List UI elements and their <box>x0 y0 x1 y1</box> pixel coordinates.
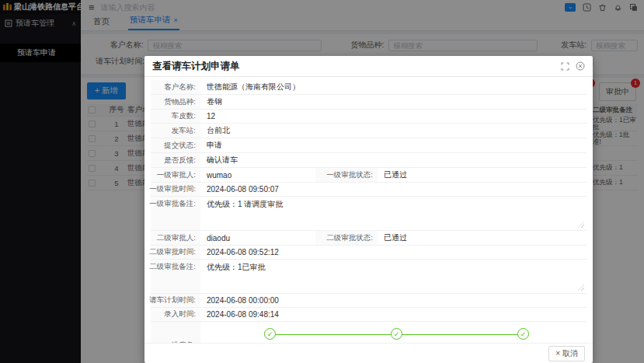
level2-approval-time-value: 2024-06-08 09:52:12 <box>200 246 587 259</box>
field-label: 请车计划时间: <box>151 294 200 307</box>
fullscreen-icon[interactable] <box>561 62 569 71</box>
cancel-button[interactable]: × 取消 <box>548 346 585 361</box>
field-label: 一级审批人: <box>151 168 200 182</box>
plan-time-value: 2024-06-08 00:00:00 <box>200 294 587 307</box>
check-circle-icon: ✓ <box>391 328 402 340</box>
feedback-value: 确认请车 <box>200 153 587 167</box>
progress-stepper: ✓ 一级审核 已通过 2024-06-08 09:50:06 ✓ 二级审核 已通… <box>200 322 587 343</box>
progress-label: 进度条: <box>151 322 200 343</box>
field-label: 一级审批状态: <box>315 168 378 182</box>
resize-handle-icon[interactable] <box>578 222 584 228</box>
field-label: 一级审批时间: <box>151 183 200 196</box>
step-level1-review: ✓ 一级审核 已通过 2024-06-08 09:50:06 <box>207 328 333 343</box>
field-label: 录入时间: <box>151 308 200 321</box>
field-label: 客户名称: <box>151 80 200 94</box>
wagon-count-value: 12 <box>200 110 587 123</box>
step-customer-feedback: ✓ 客户反馈 已通过 2024-06-08 09:52:50 <box>460 328 587 343</box>
field-label: 是否反馈: <box>151 153 200 167</box>
field-label: 二级审批人: <box>151 231 200 245</box>
field-label: 车皮数: <box>151 110 200 123</box>
level2-approval-status-value: 已通过 <box>378 231 587 245</box>
level1-approval-remark-textarea[interactable]: 优先级：1 请调度审批 <box>200 197 587 230</box>
level1-approval-status-value: 已通过 <box>378 168 587 182</box>
field-label: 发车站: <box>151 124 200 138</box>
field-label: 一级审批备注: <box>151 197 200 230</box>
field-label: 提交状态: <box>151 138 200 152</box>
field-label: 货物品种: <box>151 95 200 109</box>
step-level2-review: ✓ 二级审核 已通过 2024-06-08 09:52:12 <box>333 328 460 343</box>
modal-header: 查看请车计划申请单 <box>144 56 593 77</box>
customer-name-value: 世德能源（海南有限公司） <box>200 80 587 94</box>
departure-station-value: 台前北 <box>200 124 587 138</box>
entry-time-value: 2024-06-08 09:48:14 <box>200 308 587 321</box>
view-request-modal: 查看请车计划申请单 客户名称:世德能源（海南有限公司） 货物品种:卷钢 车皮数:… <box>144 56 593 363</box>
check-circle-icon: ✓ <box>517 328 529 340</box>
level1-approval-time-value: 2024-06-08 09:50:07 <box>200 183 587 196</box>
level2-approver-value: diaodu <box>200 231 315 245</box>
close-icon: × <box>555 349 560 358</box>
level1-approver-value: wumao <box>200 168 315 182</box>
level2-approval-remark-textarea[interactable]: 优先级：1已审批 <box>200 260 587 293</box>
submit-status-value: 申请 <box>200 138 587 152</box>
modal-body: 客户名称:世德能源（海南有限公司） 货物品种:卷钢 车皮数:12 发车站:台前北… <box>144 77 593 343</box>
modal-footer: × 取消 <box>144 343 593 363</box>
close-icon[interactable] <box>576 61 585 71</box>
resize-handle-icon[interactable] <box>578 284 584 291</box>
field-label: 二级审批时间: <box>151 246 200 259</box>
modal-title: 查看请车计划申请单 <box>152 60 240 73</box>
field-label: 二级审批备注: <box>151 260 200 293</box>
check-circle-icon: ✓ <box>264 328 276 340</box>
goods-type-value: 卷钢 <box>200 95 587 109</box>
field-label: 二级审批状态: <box>315 231 378 245</box>
